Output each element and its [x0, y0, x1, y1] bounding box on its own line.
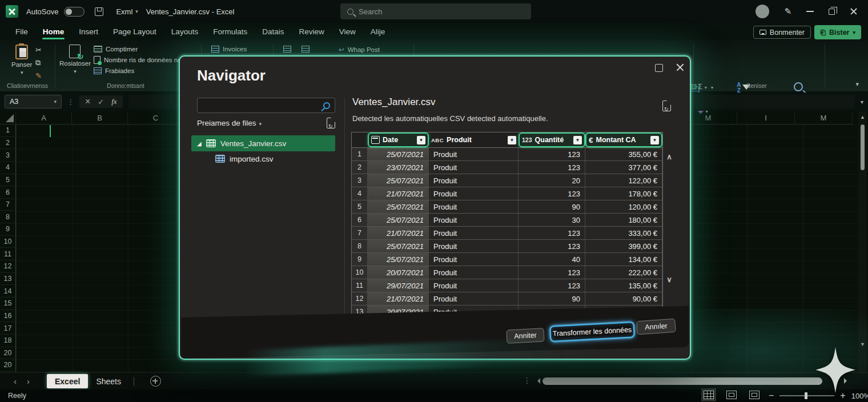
row-header[interactable]: 8: [0, 211, 16, 223]
row-header[interactable]: 1: [0, 124, 16, 137]
row-header[interactable]: 2: [0, 137, 16, 150]
column-header[interactable]: B: [72, 112, 128, 124]
horizontal-scrollbar[interactable]: [535, 376, 854, 385]
ribbon-tab[interactable]: Alije: [363, 25, 393, 39]
row-header[interactable]: 15: [0, 298, 16, 310]
select-all-corner[interactable]: [0, 112, 16, 124]
search-box[interactable]: [340, 3, 531, 19]
refresh-file-icon[interactable]: [327, 118, 335, 128]
column-header[interactable]: I: [737, 112, 795, 124]
filter-dropdown-icon[interactable]: ▼: [573, 136, 582, 144]
table-row[interactable]: 1 25/07/2021 Produit 123 355,00 €: [352, 148, 662, 161]
row-header[interactable]: 3: [0, 149, 16, 162]
expand-icon[interactable]: ◢: [197, 140, 202, 147]
invoices-button[interactable]: Invoices: [211, 46, 247, 53]
table-row[interactable]: 8 25/07/2021 Produit 123 399,00 €: [352, 240, 662, 253]
minimize-button[interactable]: [806, 11, 814, 12]
table-row[interactable]: 6 25/07/2021 Produit 30 180,00 €: [352, 214, 662, 227]
normal-view-icon[interactable]: [704, 391, 714, 399]
zoom-knob[interactable]: [805, 392, 807, 399]
zoom-out-icon[interactable]: −: [769, 391, 774, 401]
row-header[interactable]: 5: [0, 174, 16, 187]
filter-dropdown-icon[interactable]: ▼: [650, 136, 659, 144]
grid-cells-right[interactable]: [691, 124, 858, 372]
confirm-entry-icon[interactable]: ✓: [98, 98, 104, 106]
row-header[interactable]: 6: [0, 186, 16, 199]
collapse-ribbon-icon[interactable]: ▾: [855, 81, 859, 88]
align-middle-icon[interactable]: [302, 46, 310, 53]
ribbon-tab[interactable]: Layouts: [164, 25, 206, 39]
table-scrollbar[interactable]: ∧ ∨: [665, 136, 674, 311]
ribbon-tab[interactable]: Insert: [71, 25, 106, 39]
row-header[interactable]: 17: [0, 322, 16, 335]
sheet-tab-sheets[interactable]: Sheets: [88, 374, 129, 388]
row-header[interactable]: 20: [0, 347, 16, 360]
scroll-down-icon[interactable]: ∨: [666, 275, 672, 284]
ribbon-tab[interactable]: Home: [35, 25, 72, 39]
column-header-quantite[interactable]: 123 Quantité ▼: [519, 132, 585, 147]
scroll-thumb[interactable]: [542, 377, 822, 385]
column-header[interactable]: C: [128, 112, 184, 124]
row-header[interactable]: 14: [0, 285, 16, 298]
cancel-entry-icon[interactable]: ×: [85, 97, 90, 106]
row-header[interactable]: 10: [0, 236, 16, 248]
ribbon-tab[interactable]: View: [332, 25, 363, 39]
table-row[interactable]: 7 21/07/2021 Produit 123 333,00 €: [352, 227, 662, 240]
tree-item-selected[interactable]: ◢ Ventes_Janvier.csv: [191, 135, 335, 151]
wrap-text-button[interactable]: ↩Whap Post: [339, 46, 380, 54]
scroll-thumb[interactable]: [861, 124, 865, 170]
next-sheet-icon[interactable]: ›: [27, 376, 30, 386]
pen-icon[interactable]: ✎: [784, 6, 791, 17]
insert-function-icon[interactable]: fx: [111, 97, 116, 106]
avatar[interactable]: [756, 5, 769, 18]
share-button[interactable]: ⎗ Bister ▾: [814, 25, 861, 39]
page-layout-view-icon[interactable]: [726, 391, 737, 399]
save-icon[interactable]: [95, 7, 103, 16]
column-header[interactable]: A: [16, 112, 72, 124]
ribbon-tab[interactable]: Review: [291, 25, 331, 39]
column-header-date[interactable]: Date ▼: [368, 132, 429, 147]
table-row[interactable]: 2 23/07/2021 Produit 123 377,00 €: [352, 161, 662, 174]
tree-item[interactable]: imported.csv: [191, 151, 335, 166]
row-header[interactable]: 18: [0, 335, 16, 347]
dialog-close-icon[interactable]: [676, 63, 685, 72]
zoom-in-icon[interactable]: +: [840, 391, 845, 401]
navigator-search-input[interactable]: [201, 99, 315, 111]
sheet-tab-excel[interactable]: Exceel: [47, 374, 88, 388]
ribbon-tab[interactable]: Formulats: [206, 25, 255, 39]
table-row[interactable]: 9 25/07/2021 Produit 40 134,00 €: [352, 253, 662, 266]
filter-dropdown-icon[interactable]: ▼: [417, 136, 425, 144]
row-header[interactable]: 11: [0, 248, 16, 260]
restore-button[interactable]: [829, 9, 835, 15]
search-input[interactable]: [359, 7, 507, 16]
table-row[interactable]: 3 25/07/2021 Produit 20 122,00 €: [352, 174, 662, 187]
row-header[interactable]: 16: [0, 310, 16, 323]
table-row[interactable]: 5 25/07/2021 Produit 90 120,00 €: [352, 200, 662, 214]
navigator-search-box[interactable]: [197, 98, 335, 113]
row-header[interactable]: 20: [0, 359, 16, 372]
row-header[interactable]: 12: [0, 260, 16, 273]
column-header-produit[interactable]: ABC Produit ▼: [429, 132, 519, 147]
filter-dropdown-icon[interactable]: ▼: [508, 136, 516, 144]
grid-cells-left[interactable]: [16, 124, 179, 372]
row-header[interactable]: 9: [0, 223, 16, 236]
table-row[interactable]: 10 20/07/2021 Produit 123 222,00 €: [352, 266, 662, 279]
cancel-button[interactable]: Annıler: [636, 319, 676, 335]
scroll-up-icon[interactable]: ▲: [860, 114, 865, 120]
column-header-montant[interactable]: € Montant CA ▼: [585, 132, 662, 147]
doc-menu[interactable]: Exml: [116, 7, 132, 16]
scrollbar-splitter-icon[interactable]: ⋮: [523, 376, 531, 385]
ribbon-tab[interactable]: Datais: [255, 25, 291, 39]
display-options-label[interactable]: Preiames de files▾: [197, 119, 262, 127]
table-row[interactable]: 4 21/07/2021 Produit 123 178,00 €: [352, 187, 662, 200]
name-box[interactable]: A3 ▾: [5, 95, 62, 108]
close-button[interactable]: [850, 7, 858, 15]
ribbon-tab[interactable]: Page Layout: [106, 25, 164, 39]
expand-formula-bar-icon[interactable]: ▾: [861, 99, 863, 105]
table-row[interactable]: 11 29/07/2021 Produit 123 135,00 €: [352, 279, 662, 292]
comments-button[interactable]: Bonmenter: [753, 26, 811, 39]
vertical-scrollbar[interactable]: ▲ ▼: [858, 112, 867, 372]
scroll-right-icon[interactable]: [844, 378, 850, 384]
prev-sheet-icon[interactable]: ‹: [14, 376, 17, 386]
row-header[interactable]: 13: [0, 273, 16, 286]
